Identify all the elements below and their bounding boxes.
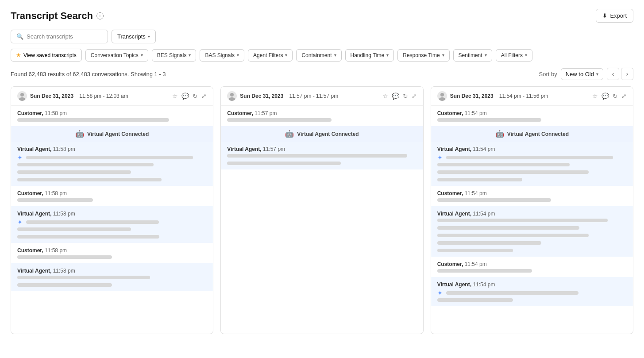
drag-icon: ✦ <box>17 154 23 161</box>
search-input[interactable] <box>27 33 102 40</box>
bot-icon: 🤖 <box>285 130 294 138</box>
info-icon[interactable]: i <box>96 12 104 19</box>
filter-containment[interactable]: Containment ▾ <box>296 49 341 62</box>
message-sender: Customer, 11:58 pm <box>17 247 207 254</box>
pagination-nav: ‹ › <box>607 68 633 80</box>
message-sender: Virtual Agent, 11:54 pm <box>437 281 627 288</box>
svg-point-0 <box>20 93 24 96</box>
refresh-icon-2[interactable]: ↻ <box>403 92 408 100</box>
type-dropdown[interactable]: Transcripts ▾ <box>112 30 156 43</box>
bot-icon: 🤖 <box>495 130 504 138</box>
card-header-2: Sun Dec 31, 2023 11:57 pm - 11:57 pm ☆ 💬… <box>221 87 423 106</box>
search-input-wrap: 🔍 <box>11 30 108 43</box>
expand-icon-2[interactable]: ⤢ <box>412 92 417 100</box>
chevron-icon: ▾ <box>285 53 287 58</box>
star-action-icon-3[interactable]: ☆ <box>592 92 598 100</box>
prev-page-button[interactable]: ‹ <box>607 68 619 80</box>
card-actions-3: ☆ 💬 ↻ ⤢ <box>592 92 627 100</box>
chat-icon-2[interactable]: 💬 <box>392 92 399 100</box>
expand-icon-1[interactable]: ⤢ <box>201 92 207 100</box>
message-block: Customer, 11:58 pm <box>11 106 213 126</box>
message-block: Virtual Agent, 11:58 pm ✦ <box>11 206 213 243</box>
message-block: Customer, 11:58 pm <box>11 186 213 206</box>
message-sender: Customer, 11:54 pm <box>437 261 627 267</box>
drag-icon: ✦ <box>437 289 443 296</box>
avatar-2 <box>227 91 237 101</box>
svg-point-3 <box>229 97 235 101</box>
avatar-1 <box>17 91 27 101</box>
drag-icon: ✦ <box>437 154 443 161</box>
filters-row: ★ View saved transcripts Conversation To… <box>11 49 633 62</box>
filter-response-time[interactable]: Response Time ▾ <box>397 49 449 62</box>
divider-label: Virtual Agent Connected <box>87 131 149 137</box>
message-block: Virtual Agent, 11:54 pm ✦ <box>431 142 633 186</box>
saved-transcripts-button[interactable]: ★ View saved transcripts <box>11 49 82 62</box>
message-block: Customer, 11:54 pm <box>431 106 633 126</box>
search-row: 🔍 Transcripts ▾ <box>11 30 633 43</box>
message-sender: Customer, 11:54 pm <box>437 110 627 116</box>
expand-icon-3[interactable]: ⤢ <box>621 92 627 100</box>
chevron-icon: ▾ <box>237 53 239 58</box>
export-button[interactable]: ⬇ Export <box>596 9 633 23</box>
star-action-icon-1[interactable]: ☆ <box>172 92 178 100</box>
filter-bes-signals[interactable]: BES Signals ▾ <box>152 49 197 62</box>
message-sender: Customer, 11:58 pm <box>17 110 207 116</box>
card-actions-1: ☆ 💬 ↻ ⤢ <box>172 92 207 100</box>
card-time-2: 11:57 pm - 11:57 pm <box>289 93 338 99</box>
chevron-icon: ▾ <box>141 53 143 58</box>
message-block: Customer, 11:58 pm <box>11 243 213 263</box>
filter-sentiment[interactable]: Sentiment ▾ <box>453 49 492 62</box>
filter-handling-time[interactable]: Handling Time ▾ <box>345 49 394 62</box>
message-sender: Virtual Agent, 11:58 pm <box>17 146 207 152</box>
saved-label: View saved transcripts <box>23 52 77 58</box>
filter-agent-filters[interactable]: Agent Filters ▾ <box>248 49 293 62</box>
results-summary: Found 62,483 results of 62,483 conversat… <box>11 71 166 77</box>
chevron-icon: ▾ <box>442 53 444 58</box>
message-sender: Virtual Agent, 11:57 pm <box>227 146 416 152</box>
type-chevron-icon: ▾ <box>148 34 150 39</box>
search-icon: 🔍 <box>16 33 23 40</box>
sort-select[interactable]: New to Old ▾ <box>561 68 603 80</box>
results-row: Found 62,483 results of 62,483 conversat… <box>11 68 633 80</box>
message-block: Customer, 11:57 pm <box>221 106 423 126</box>
message-block: Customer, 11:54 pm <box>431 257 633 277</box>
star-action-icon-2[interactable]: ☆ <box>382 92 388 100</box>
chat-icon-1[interactable]: 💬 <box>181 92 189 100</box>
virtual-agent-divider: 🤖 Virtual Agent Connected <box>431 126 633 142</box>
divider-label: Virtual Agent Connected <box>507 131 569 137</box>
card-date-2: Sun Dec 31, 2023 <box>240 93 283 99</box>
transcript-card-3: Sun Dec 31, 2023 11:54 pm - 11:56 pm ☆ 💬… <box>431 86 633 334</box>
card-body-1: Customer, 11:58 pm 🤖 Virtual Agent Conne… <box>11 106 213 334</box>
chevron-icon: ▾ <box>386 53 389 58</box>
next-page-button[interactable]: › <box>621 68 633 80</box>
card-header-1: Sun Dec 31, 2023 11:58 pm - 12:03 am ☆ 💬… <box>11 87 213 106</box>
chat-icon-3[interactable]: 💬 <box>602 92 609 100</box>
card-body-2: Customer, 11:57 pm 🤖 Virtual Agent Conne… <box>221 106 423 334</box>
svg-point-1 <box>19 97 25 101</box>
avatar-3 <box>437 91 447 101</box>
va-lines <box>227 154 416 165</box>
sort-chevron-icon: ▾ <box>596 72 598 77</box>
va-lines <box>437 219 627 252</box>
message-sender: Virtual Agent, 11:54 pm <box>437 146 627 152</box>
chevron-icon: ▾ <box>334 53 336 58</box>
filter-bas-signals[interactable]: BAS Signals ▾ <box>200 49 244 62</box>
refresh-icon-1[interactable]: ↻ <box>193 92 198 100</box>
star-icon: ★ <box>16 52 21 58</box>
card-header-left: Sun Dec 31, 2023 11:54 pm - 11:56 pm <box>437 91 548 101</box>
message-block: Virtual Agent, 11:58 pm ✦ <box>11 142 213 186</box>
card-body-3: Customer, 11:54 pm 🤖 Virtual Agent Conne… <box>431 106 633 334</box>
va-lines: ✦ <box>17 219 207 239</box>
sort-row: Sort by New to Old ▾ ‹ › <box>539 68 634 80</box>
message-sender: Customer, 11:54 pm <box>437 190 627 196</box>
card-date-1: Sun Dec 31, 2023 <box>30 93 73 99</box>
filter-conversation-topics[interactable]: Conversation Topics ▾ <box>85 49 148 62</box>
svg-point-2 <box>230 93 234 96</box>
chevron-icon: ▾ <box>525 53 527 58</box>
filter-all-filters[interactable]: All Filters ▾ <box>496 49 532 62</box>
refresh-icon-3[interactable]: ↻ <box>613 92 618 100</box>
bot-icon: 🤖 <box>75 130 84 138</box>
export-icon: ⬇ <box>602 12 607 19</box>
page-header: Transcript Search i ⬇ Export <box>11 9 633 23</box>
sort-label: Sort by <box>539 71 557 77</box>
